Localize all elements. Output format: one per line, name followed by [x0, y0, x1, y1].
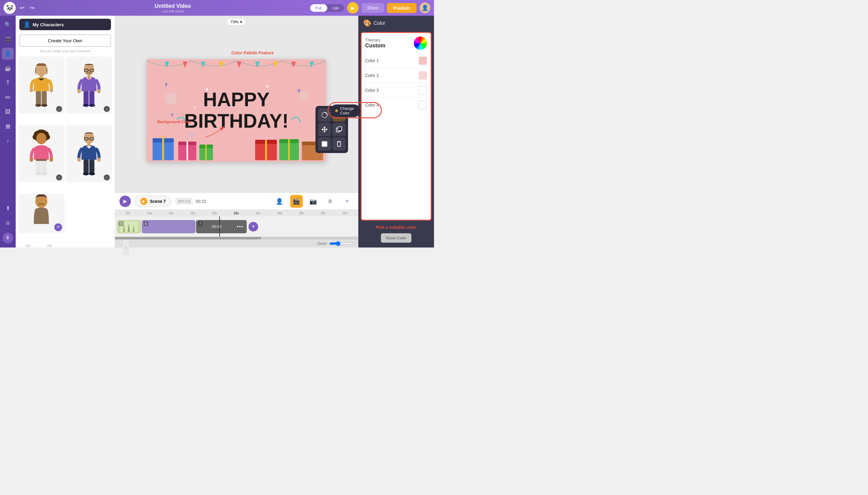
move-button[interactable] [318, 123, 331, 136]
scene-camera-icon[interactable]: 📷 [307, 195, 320, 208]
sidebar-item-media[interactable]: 🖼 [2, 106, 14, 118]
svg-point-56 [165, 92, 177, 104]
zoom-slider[interactable] [329, 241, 353, 246]
sidebar-item-scenes[interactable]: 🎬 [2, 33, 14, 45]
sidebar-item-audio[interactable]: ♪ [2, 135, 14, 147]
character-figure-2 [75, 61, 103, 108]
sidebar-item-subtitles[interactable]: ▤ [2, 217, 14, 229]
character-figure-4 [75, 130, 103, 176]
scene-start-time: [00:22] [175, 198, 193, 205]
sidebar-item-search[interactable]: 🔍 [2, 19, 14, 31]
char-add-button[interactable]: + [54, 223, 62, 231]
svg-rect-39 [84, 160, 89, 173]
save-status: Last edit saved [39, 10, 307, 13]
sidebar-item-background[interactable]: BG [2, 91, 14, 103]
svg-point-37 [77, 157, 81, 162]
delete-button[interactable] [332, 137, 346, 151]
zoom-control[interactable]: 73% ▾ [227, 18, 246, 25]
my-characters-tab[interactable]: 👤 My Characters [19, 19, 111, 30]
publish-button[interactable]: Publish [387, 3, 417, 13]
clip-7-more[interactable]: ••• [237, 224, 244, 229]
character-card-1[interactable]: i [18, 56, 65, 114]
reset-color-button[interactable]: Reset Color [381, 233, 411, 243]
change-color-label: Change Color [340, 106, 356, 115]
clip-6[interactable]: 6 [142, 220, 195, 233]
user-avatar[interactable]: 👤 [420, 2, 430, 13]
svg-point-91 [336, 110, 337, 111]
delete-icon [336, 141, 342, 147]
scene-duration: 00:22 [195, 199, 206, 204]
color-row-2: Color 2 [365, 68, 427, 83]
undo-button[interactable]: ↩ [19, 3, 25, 12]
full-mode-button[interactable]: Full [310, 4, 327, 12]
logo[interactable]: 🐼 [4, 2, 16, 14]
char-info-2[interactable]: i [104, 106, 110, 112]
scene-person-icon[interactable]: 👤 [273, 195, 286, 208]
color-3-swatch[interactable] [419, 86, 427, 95]
svg-point-6 [35, 104, 41, 107]
scene-play-icon: ▶ [140, 198, 147, 205]
svg-point-28 [30, 157, 33, 162]
clip-5[interactable]: 5 [117, 220, 141, 233]
right-panel-header: 🎨 Color [358, 16, 434, 31]
timeline-playhead [219, 217, 220, 237]
sidebar-item-characters[interactable]: 👤 [2, 48, 14, 60]
mic-button[interactable]: 🎙 [2, 233, 13, 243]
zoom-bar: - Zoom [114, 240, 358, 248]
svg-point-31 [41, 172, 47, 175]
timeline-scrollbar[interactable] [114, 237, 358, 240]
redo-button[interactable]: ↪ [29, 3, 36, 12]
svg-point-93 [336, 111, 337, 112]
character-card-4[interactable]: i [66, 125, 112, 182]
timeline-scroll-thumb[interactable] [115, 237, 261, 239]
share-button[interactable]: Share [361, 3, 384, 13]
right-panel-body: Themes Custom Color 1 Color 2 Color 3 Co… [361, 32, 431, 221]
svg-rect-26 [42, 160, 47, 173]
svg-point-42 [89, 172, 95, 175]
birthday-line2: BIRTHDAY! [184, 110, 289, 132]
move-icon [321, 126, 328, 133]
char-info-4[interactable]: i [104, 174, 110, 181]
color-1-swatch[interactable] [419, 56, 427, 65]
character-card-3[interactable]: i [18, 125, 65, 182]
character-card-2[interactable]: i [66, 56, 112, 114]
svg-point-7 [41, 104, 47, 107]
svg-point-2 [30, 88, 33, 92]
chars-header: 👤 My Characters [16, 16, 114, 32]
char-info-1[interactable]: i [56, 106, 62, 112]
create-your-own-button[interactable]: Create Your Own [19, 34, 111, 47]
color-4-swatch[interactable] [419, 101, 427, 109]
canvas-frame[interactable]: HAPPY BIRTHDAY! [146, 59, 326, 162]
panel-collapse-button[interactable]: ‹ [123, 240, 129, 248]
topbar: 🐼 ↩ ↪ Untitled Video Last edit saved Ful… [0, 0, 434, 16]
scene-add-icon[interactable]: + [341, 195, 353, 208]
char-info-3[interactable]: i [56, 174, 62, 181]
lite-mode-button[interactable]: Lite [327, 4, 344, 12]
video-title: Untitled Video [39, 3, 307, 10]
sidebar-item-props[interactable]: ☕ [2, 62, 14, 74]
zoom-value: 73% [230, 20, 238, 24]
palette-small-icon [335, 108, 338, 114]
color-4-label: Color 4 [365, 103, 379, 107]
duplicate-button[interactable] [332, 123, 346, 136]
add-clip-button[interactable]: + [249, 222, 258, 232]
character-card-5[interactable]: + [18, 194, 65, 233]
zoom-label: - Zoom [316, 241, 327, 246]
clip-7[interactable]: 7 00:03 ••• [196, 220, 247, 233]
sidebar-item-upload[interactable]: ⬆ [2, 202, 14, 214]
chars-timeline-labels: 12s 14s [16, 244, 114, 248]
color-2-swatch[interactable] [419, 71, 427, 80]
white-bg-button[interactable] [318, 137, 331, 151]
scene-delete-icon[interactable]: 🗑 [324, 195, 337, 208]
play-button[interactable]: ▶ [347, 2, 359, 14]
clip-5-number: 5 [119, 221, 124, 226]
sidebar-item-templates[interactable]: ▦ [2, 120, 14, 132]
color-wheel[interactable] [414, 36, 427, 50]
recolor-button[interactable] [318, 108, 331, 122]
global-play-button[interactable]: ▶ [120, 195, 131, 207]
scene-video-icon[interactable]: 🎬 [290, 195, 303, 208]
sidebar-item-text[interactable]: T [2, 77, 14, 89]
scene-name-container[interactable]: ▶ Scene 7 [135, 195, 172, 207]
svg-point-14 [97, 89, 101, 93]
change-color-button[interactable]: Change Color [331, 104, 360, 117]
